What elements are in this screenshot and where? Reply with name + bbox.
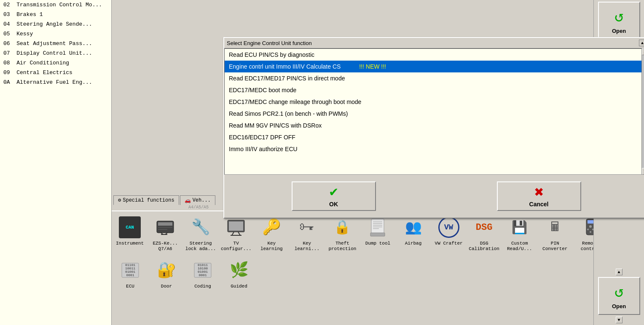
tv-label: TVconfigur...	[221, 241, 252, 252]
ezs-icon	[155, 217, 176, 238]
dialog-scroll-up-btn[interactable]: ▲	[639, 40, 644, 46]
dialog-list-container: Read ECU PIN/CS by diagnostic Engine con…	[224, 48, 644, 175]
tool-theft[interactable]: 🔒 Theftprotection	[326, 213, 359, 253]
tool-guided[interactable]: 🌿 Guided	[222, 256, 256, 291]
module-item-05[interactable]: 05 Kessy	[0, 29, 111, 39]
svg-line-10	[238, 232, 240, 235]
vw-crafter-label: VW Crafter	[435, 241, 463, 246]
dump-icon	[367, 217, 388, 238]
chip-icon: 💾	[512, 220, 527, 235]
tool-door[interactable]: 🔐 Door	[150, 256, 183, 291]
custom-read-label: CustomRead/U...	[507, 241, 532, 252]
tool-tv[interactable]: TVconfigur...	[220, 213, 252, 253]
steering-label: Steeringlock ada...	[185, 241, 216, 252]
list-item-read-edc17[interactable]: Read EDC17/MED17 PIN/CS in direct mode	[225, 72, 644, 84]
svg-point-24	[590, 231, 591, 233]
list-item-read-ecu[interactable]: Read ECU PIN/CS by diagnostic	[225, 49, 644, 61]
tool-ezs[interactable]: EZS-Ke...Q7/A6	[149, 213, 182, 253]
tool-ecu[interactable]: 01101 10011 01001 0001 ECU	[113, 256, 147, 291]
theft-icon-box: 🔒	[330, 215, 355, 240]
door-icon: 🔐	[157, 261, 176, 280]
svg-point-22	[587, 229, 589, 230]
svg-rect-8	[229, 221, 243, 231]
module-item-08[interactable]: 08 Air Conditioning	[0, 58, 111, 68]
steering-icon-box: 🔧	[188, 215, 213, 240]
list-item-simos[interactable]: Read Simos PCR2.1 (on bench - with PWMs)	[225, 108, 644, 120]
svg-text:0001: 0001	[126, 273, 134, 277]
left-panel: 02 Transmission Control Mo... 03 Brakes …	[0, 0, 112, 325]
ok-button[interactable]: ✔ OK	[292, 181, 376, 211]
list-item-dpf-off[interactable]: EDC16/EDC17 DPF OFF	[225, 131, 644, 143]
dump-label: Dump tool	[365, 241, 390, 246]
open-icon-bottom: ↺	[614, 283, 624, 301]
ezs-icon-box	[153, 215, 178, 240]
tv-icon-box	[223, 215, 249, 240]
coding-icon-box: 01011 10100 01001 0001	[190, 258, 215, 283]
toolbar-row-1: CAN Instrument	[113, 213, 642, 253]
tab-special-functions[interactable]: ⚙ Special functions	[113, 195, 179, 205]
wrench-icon: 🔧	[191, 218, 210, 237]
dsg-icon: DSG	[476, 222, 493, 233]
dsg-icon-box: DSG	[472, 215, 497, 240]
open-label-bottom: Open	[612, 303, 626, 309]
lock-icon: 🔒	[334, 219, 351, 236]
center-area: ⚙ Special functions 🚗 Veh... A4/A5/A5 Co…	[112, 0, 644, 325]
tool-pin-converter[interactable]: 🖩 PINConverter	[539, 213, 572, 253]
ok-label: OK	[329, 201, 338, 208]
scroll-label-a4: A4/A5/A5	[182, 205, 215, 210]
instrument-label: Instrument	[116, 241, 144, 246]
sidebar-scroll-down[interactable]: ▼	[616, 317, 623, 323]
scroll-down-arrow[interactable]: ▼	[642, 168, 644, 175]
list-item-edc17-mileage[interactable]: EDC17/MEDC change mileage through boot m…	[225, 96, 644, 108]
ezs-label: EZS-Ke...Q7/A6	[153, 241, 177, 252]
tab-vehicle[interactable]: 🚗 Veh...	[180, 195, 215, 205]
key-learning-label: Keylearning	[260, 241, 283, 252]
tool-key-learning[interactable]: 🔑 Keylearning	[255, 213, 288, 253]
custom-read-icon-box: 💾	[507, 215, 532, 240]
airbag-icon: 👥	[405, 219, 422, 236]
module-item-04[interactable]: 04 Steering Angle Sende...	[0, 19, 111, 29]
coding-label: Coding	[194, 284, 211, 289]
tool-dsg[interactable]: DSG DSGCalibration	[468, 213, 501, 253]
open-button-bottom[interactable]: ↺ Open	[598, 277, 640, 315]
cancel-button[interactable]: ✖ Cancel	[497, 181, 581, 211]
module-item-03[interactable]: 03 Brakes 1	[0, 10, 111, 19]
theft-label: Theftprotection	[328, 241, 356, 252]
list-item-edc17-boot[interactable]: EDC17/MEDC boot mode	[225, 84, 644, 96]
dump-icon-box	[365, 215, 390, 240]
tool-key-learn2[interactable]: 🗝 Keylearni...	[290, 213, 323, 253]
can-icon-box: CAN	[117, 215, 142, 240]
ecu-icon: 01101 10011 01001 0001	[120, 260, 141, 281]
scroll-up-arrow[interactable]: ▲	[642, 48, 644, 55]
guided-label: Guided	[231, 284, 247, 289]
list-item-immo-authorize[interactable]: Immo III/IV authorize ECU	[225, 143, 644, 155]
module-item-02[interactable]: 02 Transmission Control Mo...	[0, 0, 111, 10]
svg-rect-12	[371, 219, 384, 234]
tool-steering[interactable]: 🔧 Steeringlock ada...	[184, 213, 217, 253]
door-icon-box: 🔐	[154, 258, 179, 283]
tool-custom-read[interactable]: 💾 CustomRead/U...	[503, 213, 536, 253]
checkmark-icon: ✔	[329, 185, 338, 199]
sidebar-scroll-up[interactable]: ▲	[616, 269, 623, 275]
guided-icon: 🌿	[230, 261, 249, 280]
module-item-09[interactable]: 09 Central Electrics	[0, 68, 111, 77]
module-item-07[interactable]: 07 Display Control Unit...	[0, 48, 111, 58]
open-button-top[interactable]: ↺ Open	[598, 2, 640, 40]
module-item-06[interactable]: 06 Seat Adjustment Pass...	[0, 39, 111, 48]
can-icon: CAN	[119, 216, 141, 238]
scroll-track[interactable]	[642, 55, 644, 168]
tool-instrument[interactable]: CAN Instrument	[113, 213, 146, 248]
module-item-0a[interactable]: 0A Alternative Fuel Eng...	[0, 77, 111, 87]
svg-text:0001: 0001	[199, 273, 207, 277]
dsg-label: DSGCalibration	[469, 241, 499, 252]
list-item-mm9gv[interactable]: Read MM 9GV PIN/CS with DSRox	[225, 120, 644, 131]
pin-converter-label: PINConverter	[542, 241, 567, 252]
dialog-list: Read ECU PIN/CS by diagnostic Engine con…	[224, 48, 644, 175]
vw-crafter-icon-box: VW	[436, 215, 462, 240]
dialog-title: Select Engine Control Unit function	[227, 40, 312, 46]
tool-coding[interactable]: 01011 10100 01001 0001 Coding	[186, 256, 220, 291]
airbag-icon-box: 👥	[401, 215, 426, 240]
list-item-engine-immo[interactable]: Engine contrl unit Immo III/IV Calculate…	[225, 61, 644, 72]
svg-point-21	[589, 225, 592, 228]
toolbar-row-2-container: 01101 10011 01001 0001 ECU 🔐 Door	[112, 255, 644, 292]
